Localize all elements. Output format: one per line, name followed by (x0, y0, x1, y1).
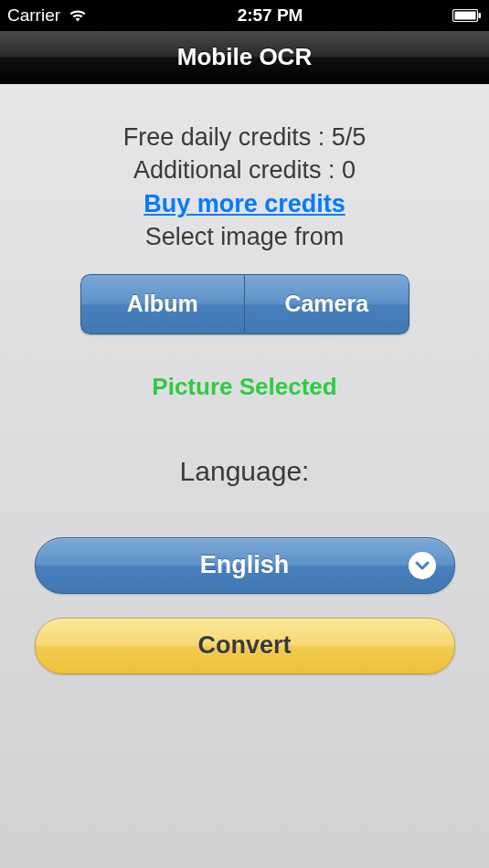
status-time: 2:57 PM (238, 5, 303, 26)
album-button-label: Album (127, 291, 198, 317)
buy-credits-link[interactable]: Buy more credits (144, 187, 345, 220)
carrier-label: Carrier (7, 5, 60, 26)
language-label: Language: (0, 456, 489, 487)
select-image-label: Select image from (0, 220, 489, 253)
additional-credits-label: Additional credits : 0 (0, 153, 489, 186)
convert-button[interactable]: Convert (35, 618, 455, 674)
language-dropdown[interactable]: English (35, 537, 455, 594)
nav-bar: Mobile OCR (0, 31, 489, 84)
picture-status: Picture Selected (0, 373, 489, 401)
main-content: Free daily credits : 5/5 Additional cred… (0, 84, 489, 674)
camera-button-label: Camera (284, 291, 368, 317)
wifi-icon (68, 8, 88, 23)
convert-button-label: Convert (197, 631, 291, 660)
status-right (452, 9, 482, 22)
status-bar: Carrier 2:57 PM (0, 0, 489, 31)
language-selected: English (200, 551, 290, 579)
page-title: Mobile OCR (177, 43, 312, 71)
status-left: Carrier (7, 5, 88, 26)
svg-rect-1 (455, 12, 476, 20)
svg-rect-2 (479, 13, 482, 18)
free-credits-label: Free daily credits : 5/5 (0, 121, 489, 153)
battery-icon (452, 9, 482, 22)
image-source-segmented: Album Camera (80, 274, 409, 334)
chevron-down-icon (409, 552, 436, 579)
album-button[interactable]: Album (80, 274, 245, 334)
camera-button[interactable]: Camera (244, 274, 409, 334)
